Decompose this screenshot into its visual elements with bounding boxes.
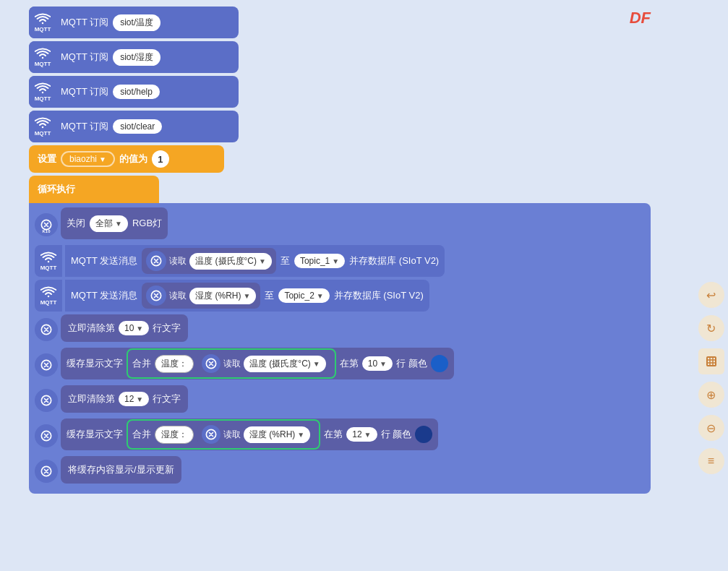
sensor-dropdown-1[interactable]: 温度 (摄氏度°C) ▼ — [189, 253, 272, 270]
loop-block-header[interactable]: 循环执行 — [29, 176, 159, 203]
mqtt-icon-send2: MQTT — [35, 280, 62, 312]
mqtt-icon-2: MQTT — [29, 41, 56, 73]
var-biaozhi[interactable]: biaozhi ▼ — [61, 151, 115, 167]
canvas: DF MQTT MQTT 订阅 siot/温度 — [0, 0, 694, 571]
read-inner-text-2: 读取 — [223, 429, 241, 441]
k10-read-block-1[interactable]: 读取 温度 (摄氏度°C) ▼ — [142, 248, 276, 274]
sensor-dropdown-2[interactable]: 湿度 (%RH) ▼ — [189, 288, 256, 304]
mqtt-subscribe-block-4[interactable]: MQTT MQTT 订阅 siot/clear — [29, 111, 239, 142]
clear-inner-1[interactable]: 立即清除第 10 ▼ 行文字 — [61, 314, 188, 342]
mqtt-sub-text-4: MQTT 订阅 — [61, 120, 108, 133]
menu-button[interactable]: ≡ — [698, 448, 724, 474]
topic-dropdown-1[interactable]: Topic_1 ▼ — [294, 254, 345, 268]
clear-line-block-2[interactable]: 立即清除第 12 ▼ 行文字 — [35, 385, 645, 416]
mqtt-sub-text-2: MQTT 订阅 — [61, 51, 108, 64]
mqtt-send-text-2: MQTT 发送消息 — [71, 289, 137, 302]
update-text: 将缓存内容显示/显示更新 — [68, 463, 174, 476]
color-label-2: 行 颜色 — [381, 428, 412, 441]
buffer-display-block-1[interactable]: 缓存显示文字 合并 温度： — [35, 348, 645, 382]
color-picker-1[interactable] — [431, 355, 448, 372]
clear-num-2[interactable]: 12 ▼ — [119, 392, 149, 406]
buffer-display-block-2[interactable]: 缓存显示文字 合并 湿度： — [35, 418, 645, 453]
rgb-suffix-text: RGB灯 — [132, 217, 162, 230]
row-label-2: 在第 — [324, 428, 343, 441]
mqtt-sub-text-1: MQTT 订阅 — [61, 16, 108, 29]
k10-icon-clear2 — [35, 389, 58, 412]
topic-dropdown-2[interactable]: Topic_2 ▼ — [278, 288, 329, 303]
k10-icon-read2 — [146, 286, 166, 306]
redo-button[interactable]: ↻ — [698, 315, 724, 341]
rgb-close-block[interactable]: 关闭 全部 ▼ RGB灯 — [61, 207, 168, 239]
clear-line-block-1[interactable]: 立即清除第 10 ▼ 行文字 — [35, 314, 645, 345]
mqtt-icon-send1: MQTT — [35, 245, 62, 277]
clear-inner-2[interactable]: 立即清除第 12 ▼ 行文字 — [61, 385, 188, 413]
clear-suffix-2: 行文字 — [153, 392, 181, 405]
to-text-2: 至 — [265, 289, 274, 302]
k10-icon-update — [35, 460, 58, 483]
mqtt-icon-3: MQTT — [29, 76, 56, 108]
clear-suffix-1: 行文字 — [153, 322, 181, 335]
mqtt-icon-1: MQTT — [29, 7, 56, 38]
k10-icon-rgb: K10 — [35, 213, 58, 236]
clear-num-1[interactable]: 10 ▼ — [119, 321, 149, 335]
value-of-text: 的值为 — [119, 153, 147, 166]
hum-string-2[interactable]: 湿度： — [155, 426, 194, 444]
k10-read-block-2[interactable]: 读取 湿度 (%RH) ▼ — [142, 283, 260, 309]
read-text-1: 读取 — [169, 255, 187, 267]
clear-action-2: 立即清除第 — [68, 392, 115, 405]
k10-icon-inner1 — [202, 354, 220, 373]
update-inner[interactable]: 将缓存内容显示/显示更新 — [61, 456, 181, 484]
merge-text-2: 合并 — [132, 428, 151, 441]
merge-text-1: 合并 — [132, 357, 151, 370]
buffer-inner-2[interactable]: 缓存显示文字 合并 湿度： — [61, 418, 438, 450]
buffer-action-1: 缓存显示文字 — [67, 357, 123, 370]
row-num-2[interactable]: 12 ▼ — [346, 427, 377, 442]
sensor-inner-dropdown-1[interactable]: 温度 (摄氏度°C) ▼ — [244, 356, 326, 372]
read-inner-text-1: 读取 — [223, 358, 241, 370]
mqtt-topic-pill-3[interactable]: siot/help — [113, 85, 160, 99]
zoom-out-button[interactable]: ⊖ — [698, 415, 724, 441]
set-text: 设置 — [38, 153, 56, 166]
mqtt-sub-text-3: MQTT 订阅 — [61, 85, 108, 98]
mqtt-send-block-2[interactable]: MQTT MQTT 发送消息 读取 湿度 (%RH) ▼ — [35, 280, 645, 312]
rgb-block-row: K10 关闭 全部 ▼ RGB灯 — [35, 207, 645, 242]
update-block-row[interactable]: 将缓存内容显示/显示更新 — [35, 456, 645, 486]
buffer-action-2: 缓存显示文字 — [67, 428, 123, 441]
read-text-2: 读取 — [169, 290, 187, 302]
db-text-1: 并存数据库 (SIoT V2) — [349, 254, 439, 267]
sensor-inner-dropdown-2[interactable]: 湿度 (%RH) ▼ — [244, 426, 310, 443]
db-text-2: 并存数据库 (SIoT V2) — [334, 289, 424, 302]
row-num-1[interactable]: 10 ▼ — [362, 356, 393, 371]
mqtt-send-text-1: MQTT 发送消息 — [71, 254, 137, 267]
mqtt-topic-pill-2[interactable]: siot/湿度 — [113, 49, 160, 66]
merge-block-1[interactable]: 合并 温度： 读取 温度 (摄氏度°C) ▼ — [127, 348, 336, 379]
mqtt-icon-4: MQTT — [29, 111, 56, 142]
mqtt-topic-pill-1[interactable]: siot/温度 — [113, 14, 160, 31]
loop-text: 循环执行 — [38, 183, 75, 196]
rgb-dropdown[interactable]: 全部 ▼ — [90, 215, 128, 232]
clear-action-1: 立即清除第 — [68, 322, 115, 335]
temp-string-1[interactable]: 温度： — [155, 355, 194, 373]
merge-block-2[interactable]: 合并 湿度： 读取 湿度 (%RH) ▼ — [127, 419, 320, 450]
mqtt-subscribe-block-1[interactable]: MQTT MQTT 订阅 siot/温度 — [29, 7, 239, 38]
mqtt-send-block-1[interactable]: MQTT MQTT 发送消息 读取 温度 (摄氏度°C) ▼ — [35, 245, 645, 277]
color-picker-2[interactable] — [415, 426, 432, 443]
mqtt-subscribe-block-2[interactable]: MQTT MQTT 订阅 siot/湿度 — [29, 41, 239, 73]
k10-inner-read-1[interactable]: 读取 温度 (摄氏度°C) ▼ — [197, 352, 330, 375]
color-label-1: 行 颜色 — [396, 357, 427, 370]
value-num[interactable]: 1 — [152, 150, 169, 168]
set-var-block[interactable]: 设置 biaozhi ▼ 的值为 1 — [29, 145, 224, 173]
k10-icon-buf2 — [35, 424, 58, 447]
rgb-action-text: 关闭 — [67, 217, 85, 230]
mqtt-subscribe-block-3[interactable]: MQTT MQTT 订阅 siot/help — [29, 76, 239, 108]
mqtt-topic-pill-4[interactable]: siot/clear — [113, 119, 162, 134]
buffer-inner-1[interactable]: 缓存显示文字 合并 温度： — [61, 348, 454, 379]
zoom-in-button[interactable]: ⊕ — [698, 382, 724, 408]
blocks-container: MQTT MQTT 订阅 siot/温度 MQTT MQTT 订阅 siot/湿… — [29, 4, 665, 497]
k10-icon-read1 — [146, 251, 166, 271]
k10-inner-read-2[interactable]: 读取 湿度 (%RH) ▼ — [197, 423, 314, 446]
undo-button[interactable]: ↩ — [698, 282, 724, 308]
to-text-1: 至 — [281, 254, 290, 267]
k10-icon-buf1 — [35, 353, 58, 377]
crop-button[interactable] — [698, 348, 724, 374]
